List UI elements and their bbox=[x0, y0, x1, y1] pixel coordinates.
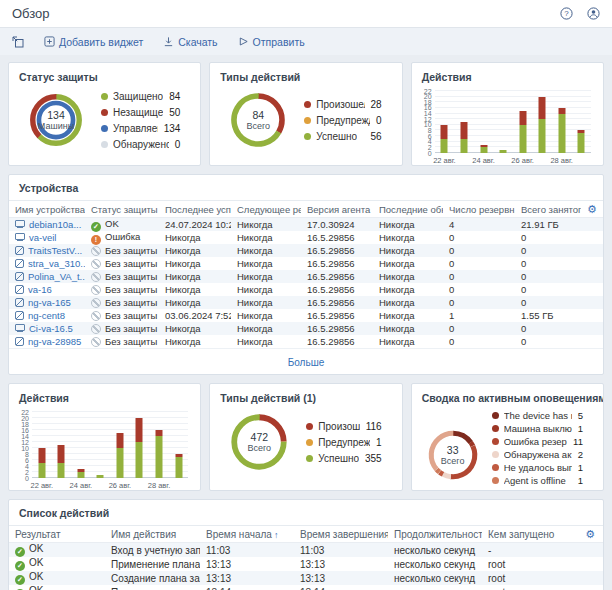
end-time-cell: 13:13 bbox=[294, 573, 388, 584]
table-row[interactable]: OK Применение плана за... 13:14 13:14 не… bbox=[9, 585, 603, 590]
duration-cell: несколько секунд bbox=[388, 573, 482, 584]
device-name-link[interactable]: Ci-va-16.5 bbox=[29, 323, 73, 334]
device-name-link[interactable]: stra_va_310... bbox=[28, 258, 85, 269]
device-name-link[interactable]: va-veil bbox=[29, 232, 56, 243]
widgets-row-2: Действия 024681012141618202222 авг.24 ав… bbox=[8, 383, 604, 491]
device-name-cell: ng-va-28985 bbox=[9, 336, 85, 347]
col-total-size[interactable]: Всего занятого ... bbox=[515, 204, 581, 215]
donut-center: 134 Машины bbox=[25, 89, 87, 151]
device-name-cell: debian10a... bbox=[9, 219, 85, 230]
protection-status-cell: Ошибка bbox=[85, 231, 159, 245]
legend-dot bbox=[492, 438, 499, 445]
help-icon[interactable]: ? bbox=[560, 7, 573, 20]
download-button[interactable]: Скачать bbox=[163, 36, 217, 48]
action-name-cell: Вход в учетную запис... bbox=[105, 545, 200, 556]
next-backup-cell: Никогда bbox=[231, 323, 301, 334]
col-result[interactable]: Результат bbox=[9, 529, 105, 540]
devices-table: Имя устройства Статус защиты Последнее у… bbox=[9, 201, 603, 374]
table-row[interactable]: TraitsTestV... Без защиты Никогда Никогд… bbox=[9, 244, 603, 257]
action-name-cell: Применение плана за... bbox=[105, 559, 200, 570]
table-row[interactable]: stra_va_310... Без защиты Никогда Никогд… bbox=[9, 257, 603, 270]
col-agent-version[interactable]: Версия агента bbox=[301, 204, 373, 215]
next-backup-cell: Никогда bbox=[231, 271, 301, 282]
protection-status-cell: Без защиты bbox=[85, 258, 159, 269]
legend-item: Защищено 84 bbox=[101, 88, 180, 104]
started-by-cell: root bbox=[482, 573, 576, 584]
backups-count-cell: 0 bbox=[443, 336, 515, 347]
agent-version-cell: 16.5.29856 bbox=[301, 258, 373, 269]
legend-dot bbox=[492, 464, 499, 471]
backups-count-cell: 1 bbox=[443, 310, 515, 321]
result-cell: OK bbox=[9, 585, 105, 590]
col-duration[interactable]: Продолжительность bbox=[388, 529, 482, 540]
device-name-link[interactable]: ng-va-165 bbox=[28, 297, 71, 308]
next-backup-cell: Никогда bbox=[231, 310, 301, 321]
legend-dot bbox=[304, 101, 311, 108]
backups-count-cell: 0 bbox=[443, 284, 515, 295]
action-types-2-donut-row: 472 Всего Произошел сбой 116 Предупрежде… bbox=[210, 407, 401, 475]
legend-item: Успешно 355 bbox=[306, 450, 381, 466]
last-update-cell: Никогда bbox=[373, 258, 443, 269]
table-row[interactable]: ng-va-165 Без защиты Никогда Никогда 16.… bbox=[9, 296, 603, 309]
col-backups-count[interactable]: Число резервн... bbox=[443, 204, 515, 215]
widget-protection-status: Статус защиты 134 Машины Защищено 84 bbox=[8, 62, 201, 166]
device-name-link[interactable]: TraitsTestV... bbox=[28, 245, 82, 256]
devices-card: Устройства Имя устройства Статус защиты … bbox=[8, 174, 604, 375]
legend-item: Управляемое 134 bbox=[101, 120, 180, 136]
table-row[interactable]: va-16 Без защиты Никогда Никогда 16.5.29… bbox=[9, 283, 603, 296]
action-types-donut-row: 84 Всего Произошел сбой 28 Предупреждени… bbox=[210, 86, 401, 152]
col-end-time[interactable]: Время завершения bbox=[294, 529, 388, 540]
col-next-backup[interactable]: Следующее рез... bbox=[231, 204, 301, 215]
table-row[interactable]: ng-va-28985 Без защиты Никогда Никогда 1… bbox=[9, 335, 603, 348]
next-backup-cell: Никогда bbox=[231, 336, 301, 347]
col-last-backup[interactable]: Последнее успе... bbox=[159, 204, 231, 215]
dashboard-toolbar: Добавить виджет Скачать Отправить bbox=[0, 28, 612, 55]
device-name-link[interactable]: debian10a... bbox=[29, 219, 81, 230]
agent-version-cell: 16.5.29856 bbox=[301, 323, 373, 334]
last-update-cell: Никогда bbox=[373, 245, 443, 256]
table-row[interactable]: OK Создание плана защи... 13:13 13:13 не… bbox=[9, 571, 603, 585]
table-row[interactable]: va-veil Ошибка Никогда Никогда 16.5.2985… bbox=[9, 231, 603, 244]
legend-item: Agent is offline 1 bbox=[492, 474, 583, 487]
device-name-link[interactable]: ng-cent8 bbox=[28, 310, 65, 321]
table-row[interactable]: Ci-va-16.5 Без защиты Никогда Никогда 16… bbox=[9, 322, 603, 335]
col-protection-status[interactable]: Статус защиты bbox=[85, 204, 159, 215]
protection-status-cell: Без защиты bbox=[85, 245, 159, 256]
action-types-legend: Произошел сбой 28 Предупреждение 0 Успеш… bbox=[304, 96, 391, 144]
account-icon[interactable] bbox=[587, 7, 600, 20]
device-name-link[interactable]: ng-va-28985 bbox=[28, 336, 81, 347]
end-time-cell: 11:03 bbox=[294, 545, 388, 556]
more-link[interactable]: Больше bbox=[288, 357, 325, 368]
table-row[interactable]: debian10a... OK 24.07.2024 10:22 Никогда… bbox=[9, 218, 603, 231]
col-action-name[interactable]: Имя действия bbox=[105, 529, 200, 540]
next-backup-cell: Никогда bbox=[231, 232, 301, 243]
device-name-cell: ng-cent8 bbox=[9, 310, 85, 321]
table-row[interactable]: OK Применение плана за... 13:13 13:13 не… bbox=[9, 557, 603, 571]
legend-dot bbox=[304, 117, 311, 124]
gear-icon[interactable]: ⚙ bbox=[585, 528, 595, 540]
col-last-update[interactable]: Последние обн... bbox=[373, 204, 443, 215]
device-name-link[interactable]: va-16 bbox=[28, 284, 52, 295]
col-started-by[interactable]: Кем запущено bbox=[482, 529, 576, 540]
table-row[interactable]: OK Вход в учетную запис... 11:03 11:03 н… bbox=[9, 543, 603, 557]
legend-dot bbox=[101, 141, 108, 148]
table-row[interactable]: ng-cent8 Без защиты 03.06.2024 7:52 Нико… bbox=[9, 309, 603, 322]
last-update-cell: Никогда bbox=[373, 323, 443, 334]
device-type-icon bbox=[15, 220, 25, 227]
donut-center: 33 Всего bbox=[424, 426, 482, 484]
action-types-2-donut-chart: 472 Всего bbox=[226, 409, 292, 475]
backups-count-cell: 4 bbox=[443, 219, 515, 230]
table-row[interactable]: Polina_VA_t... Без защиты Никогда Никогд… bbox=[9, 270, 603, 283]
next-backup-cell: Никогда bbox=[231, 258, 301, 269]
send-button[interactable]: Отправить bbox=[238, 36, 305, 48]
gear-icon[interactable]: ⚙ bbox=[587, 203, 597, 215]
col-device-name[interactable]: Имя устройства bbox=[9, 204, 85, 215]
widget-action-types-2: Типы действий (1) 472 Всего Произошел сб… bbox=[209, 383, 402, 491]
last-update-cell: Никогда bbox=[373, 336, 443, 347]
device-name-link[interactable]: Polina_VA_t... bbox=[28, 271, 85, 282]
fullscreen-icon[interactable] bbox=[12, 36, 24, 48]
add-widget-button[interactable]: Добавить виджет bbox=[44, 36, 143, 48]
col-start-time[interactable]: Время начала↑ bbox=[200, 529, 294, 540]
start-time-cell: 13:13 bbox=[200, 573, 294, 584]
last-backup-cell: Никогда bbox=[159, 336, 231, 347]
